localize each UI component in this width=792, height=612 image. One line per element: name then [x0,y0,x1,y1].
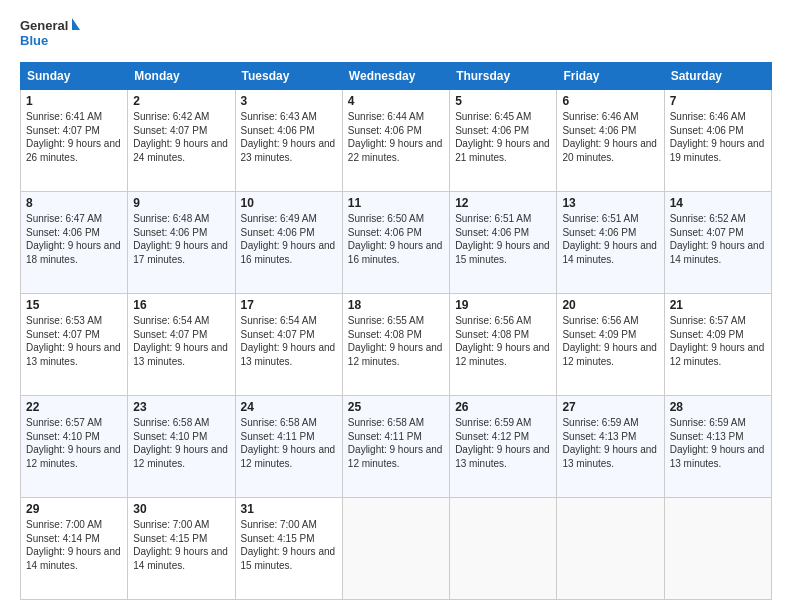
day-info: Sunrise: 7:00 AM Sunset: 4:15 PM Dayligh… [133,518,229,572]
calendar-week-3: 15 Sunrise: 6:53 AM Sunset: 4:07 PM Dayl… [21,294,772,396]
sunset-text: Sunset: 4:06 PM [241,125,315,136]
day-info: Sunrise: 6:51 AM Sunset: 4:06 PM Dayligh… [455,212,551,266]
calendar-cell: 30 Sunrise: 7:00 AM Sunset: 4:15 PM Dayl… [128,498,235,600]
day-number: 22 [26,400,122,414]
day-number: 8 [26,196,122,210]
sunrise-text: Sunrise: 6:48 AM [133,213,209,224]
calendar-cell: 4 Sunrise: 6:44 AM Sunset: 4:06 PM Dayli… [342,90,449,192]
weekday-header-sunday: Sunday [21,63,128,90]
day-number: 18 [348,298,444,312]
calendar-cell: 27 Sunrise: 6:59 AM Sunset: 4:13 PM Dayl… [557,396,664,498]
daylight-text: Daylight: 9 hours and 13 minutes. [455,444,550,469]
day-info: Sunrise: 6:55 AM Sunset: 4:08 PM Dayligh… [348,314,444,368]
day-number: 4 [348,94,444,108]
day-info: Sunrise: 6:57 AM Sunset: 4:09 PM Dayligh… [670,314,766,368]
day-number: 3 [241,94,337,108]
day-number: 28 [670,400,766,414]
weekday-header-saturday: Saturday [664,63,771,90]
daylight-text: Daylight: 9 hours and 24 minutes. [133,138,228,163]
page: General Blue SundayMondayTuesdayWednesda… [0,0,792,612]
day-number: 16 [133,298,229,312]
day-info: Sunrise: 6:59 AM Sunset: 4:13 PM Dayligh… [562,416,658,470]
sunrise-text: Sunrise: 6:44 AM [348,111,424,122]
sunset-text: Sunset: 4:06 PM [670,125,744,136]
day-number: 25 [348,400,444,414]
calendar-table: SundayMondayTuesdayWednesdayThursdayFrid… [20,62,772,600]
sunrise-text: Sunrise: 6:56 AM [562,315,638,326]
day-number: 13 [562,196,658,210]
calendar-cell: 29 Sunrise: 7:00 AM Sunset: 4:14 PM Dayl… [21,498,128,600]
day-number: 11 [348,196,444,210]
calendar-cell: 13 Sunrise: 6:51 AM Sunset: 4:06 PM Dayl… [557,192,664,294]
sunrise-text: Sunrise: 6:54 AM [133,315,209,326]
daylight-text: Daylight: 9 hours and 22 minutes. [348,138,443,163]
calendar-cell [342,498,449,600]
calendar-cell: 8 Sunrise: 6:47 AM Sunset: 4:06 PM Dayli… [21,192,128,294]
calendar-cell: 14 Sunrise: 6:52 AM Sunset: 4:07 PM Dayl… [664,192,771,294]
calendar-cell [450,498,557,600]
sunset-text: Sunset: 4:06 PM [348,227,422,238]
day-number: 31 [241,502,337,516]
sunrise-text: Sunrise: 6:51 AM [455,213,531,224]
calendar-cell: 23 Sunrise: 6:58 AM Sunset: 4:10 PM Dayl… [128,396,235,498]
sunrise-text: Sunrise: 6:42 AM [133,111,209,122]
sunrise-text: Sunrise: 6:58 AM [348,417,424,428]
calendar-cell: 2 Sunrise: 6:42 AM Sunset: 4:07 PM Dayli… [128,90,235,192]
sunrise-text: Sunrise: 6:54 AM [241,315,317,326]
calendar-week-4: 22 Sunrise: 6:57 AM Sunset: 4:10 PM Dayl… [21,396,772,498]
sunset-text: Sunset: 4:07 PM [670,227,744,238]
calendar-cell: 3 Sunrise: 6:43 AM Sunset: 4:06 PM Dayli… [235,90,342,192]
daylight-text: Daylight: 9 hours and 20 minutes. [562,138,657,163]
day-number: 6 [562,94,658,108]
sunset-text: Sunset: 4:07 PM [241,329,315,340]
calendar-cell: 31 Sunrise: 7:00 AM Sunset: 4:15 PM Dayl… [235,498,342,600]
daylight-text: Daylight: 9 hours and 16 minutes. [348,240,443,265]
sunset-text: Sunset: 4:06 PM [348,125,422,136]
sunset-text: Sunset: 4:09 PM [562,329,636,340]
calendar-cell: 24 Sunrise: 6:58 AM Sunset: 4:11 PM Dayl… [235,396,342,498]
daylight-text: Daylight: 9 hours and 13 minutes. [670,444,765,469]
calendar-cell: 15 Sunrise: 6:53 AM Sunset: 4:07 PM Dayl… [21,294,128,396]
calendar-cell: 25 Sunrise: 6:58 AM Sunset: 4:11 PM Dayl… [342,396,449,498]
day-number: 10 [241,196,337,210]
sunset-text: Sunset: 4:11 PM [241,431,315,442]
daylight-text: Daylight: 9 hours and 13 minutes. [241,342,336,367]
svg-text:Blue: Blue [20,33,48,48]
sunrise-text: Sunrise: 6:45 AM [455,111,531,122]
day-info: Sunrise: 6:44 AM Sunset: 4:06 PM Dayligh… [348,110,444,164]
weekday-header-monday: Monday [128,63,235,90]
calendar-cell [557,498,664,600]
sunset-text: Sunset: 4:09 PM [670,329,744,340]
daylight-text: Daylight: 9 hours and 12 minutes. [26,444,121,469]
day-number: 20 [562,298,658,312]
sunrise-text: Sunrise: 7:00 AM [26,519,102,530]
day-number: 27 [562,400,658,414]
daylight-text: Daylight: 9 hours and 19 minutes. [670,138,765,163]
sunset-text: Sunset: 4:08 PM [348,329,422,340]
sunrise-text: Sunrise: 6:46 AM [562,111,638,122]
daylight-text: Daylight: 9 hours and 17 minutes. [133,240,228,265]
day-info: Sunrise: 6:57 AM Sunset: 4:10 PM Dayligh… [26,416,122,470]
calendar-week-2: 8 Sunrise: 6:47 AM Sunset: 4:06 PM Dayli… [21,192,772,294]
day-info: Sunrise: 6:48 AM Sunset: 4:06 PM Dayligh… [133,212,229,266]
sunrise-text: Sunrise: 6:47 AM [26,213,102,224]
day-info: Sunrise: 6:58 AM Sunset: 4:10 PM Dayligh… [133,416,229,470]
day-info: Sunrise: 6:58 AM Sunset: 4:11 PM Dayligh… [348,416,444,470]
daylight-text: Daylight: 9 hours and 18 minutes. [26,240,121,265]
daylight-text: Daylight: 9 hours and 16 minutes. [241,240,336,265]
calendar-cell [664,498,771,600]
logo: General Blue [20,16,80,52]
sunset-text: Sunset: 4:07 PM [26,329,100,340]
sunset-text: Sunset: 4:06 PM [455,125,529,136]
calendar-cell: 12 Sunrise: 6:51 AM Sunset: 4:06 PM Dayl… [450,192,557,294]
day-info: Sunrise: 6:54 AM Sunset: 4:07 PM Dayligh… [133,314,229,368]
day-info: Sunrise: 6:43 AM Sunset: 4:06 PM Dayligh… [241,110,337,164]
day-info: Sunrise: 6:50 AM Sunset: 4:06 PM Dayligh… [348,212,444,266]
calendar-week-1: 1 Sunrise: 6:41 AM Sunset: 4:07 PM Dayli… [21,90,772,192]
svg-text:General: General [20,18,68,33]
daylight-text: Daylight: 9 hours and 13 minutes. [133,342,228,367]
sunset-text: Sunset: 4:06 PM [241,227,315,238]
calendar-cell: 21 Sunrise: 6:57 AM Sunset: 4:09 PM Dayl… [664,294,771,396]
day-info: Sunrise: 6:59 AM Sunset: 4:12 PM Dayligh… [455,416,551,470]
daylight-text: Daylight: 9 hours and 15 minutes. [241,546,336,571]
